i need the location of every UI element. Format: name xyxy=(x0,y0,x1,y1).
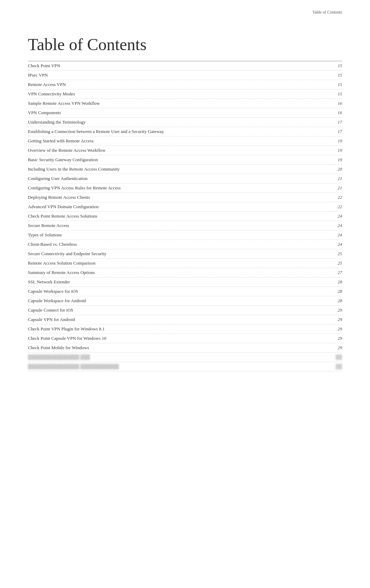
toc-entry-page: 29 xyxy=(328,306,342,315)
toc-entry-page: 28 xyxy=(328,287,342,296)
toc-entry-page: 24 xyxy=(328,212,342,221)
toc-entry-label: Basic Security Gateway Configuration xyxy=(28,155,328,165)
toc-row: Check Point Capsule VPN for Windows 1029 xyxy=(28,334,342,343)
toc-row: Remote Access Solution Comparison25 xyxy=(28,259,342,268)
page: Table of Contents Table of Contents Chec… xyxy=(0,0,370,588)
toc-entry-page: 22 xyxy=(328,202,342,212)
toc-entry-label: Deploying Remote Access Clients xyxy=(28,193,328,202)
toc-entry-label: IPsec VPN xyxy=(28,71,328,80)
toc-entry-page: 28 xyxy=(328,296,342,306)
toc-row: Understanding the Terminology17 xyxy=(28,118,342,127)
toc-entry-page: 28 xyxy=(328,277,342,287)
toc-entry-page: 22 xyxy=(328,193,342,202)
toc-entry-label: VPN Components xyxy=(28,108,328,118)
toc-row: Client-Based vs. Clientless24 xyxy=(28,240,342,249)
toc-row: Secure Remote Access24 xyxy=(28,221,342,230)
toc-row: Capsule Workspace for iOS28 xyxy=(28,287,342,296)
page-title: Table of Contents xyxy=(28,35,342,54)
toc-entry-label: Secure Connectivity and Endpoint Securit… xyxy=(28,249,328,259)
toc-entry-label: VPN Connectivity Modes xyxy=(28,89,328,99)
toc-row: Including Users in the Remote Access Com… xyxy=(28,165,342,174)
toc-entry-page: 21 xyxy=(328,174,342,183)
toc-entry-label: Check Point VPN xyxy=(28,61,328,71)
toc-entry-page: 24 xyxy=(328,230,342,240)
toc-entry-page: 20 xyxy=(328,165,342,174)
toc-entry-page: 19 xyxy=(328,146,342,155)
toc-row: Secure Connectivity and Endpoint Securit… xyxy=(28,249,342,259)
toc-entry-label: Types of Solutions xyxy=(28,230,328,240)
toc-row: Capsule Connect for iOS29 xyxy=(28,306,342,315)
toc-entry-page: 24 xyxy=(328,221,342,230)
toc-entry-label: Check Point Remote Access Solutions xyxy=(28,212,328,221)
toc-row: Capsule Workspace for Android28 xyxy=(28,296,342,306)
toc-row: Configuring VPN Access Rules for Remote … xyxy=(28,183,342,193)
toc-entry-label: Overview of the Remote Access Workflow xyxy=(28,146,328,155)
toc-row: ████████████████ █████ xyxy=(28,353,342,362)
toc-entry-label: Remote Access Solution Comparison xyxy=(28,259,328,268)
header-label: Table of Contents xyxy=(313,10,342,15)
toc-entry-page: 17 xyxy=(328,127,342,136)
toc-entry-label: Advanced VPN Domain Configuration xyxy=(28,202,328,212)
toc-row: Check Point VPN Plugin for Windows 8.129 xyxy=(28,324,342,334)
toc-entry-label: ████████████████ ████████████ xyxy=(28,362,328,371)
toc-row: Remote Access VPN15 xyxy=(28,80,342,89)
toc-entry-page: ██ xyxy=(328,362,342,371)
toc-entry-label: Getting Started with Remote Access xyxy=(28,136,328,146)
toc-entry-page: 29 xyxy=(328,334,342,343)
toc-row: Check Point Remote Access Solutions24 xyxy=(28,212,342,221)
toc-entry-label: Sample Remote Access VPN Workflow xyxy=(28,99,328,108)
toc-row: Establishing a Connection between a Remo… xyxy=(28,127,342,136)
toc-entry-page: 21 xyxy=(328,183,342,193)
toc-entry-page: 27 xyxy=(328,268,342,277)
toc-entry-page: 15 xyxy=(328,89,342,99)
toc-entry-page: 16 xyxy=(328,108,342,118)
toc-row: IPsec VPN15 xyxy=(28,71,342,80)
toc-row: VPN Connectivity Modes15 xyxy=(28,89,342,99)
toc-entry-label: Configuring User Authentication xyxy=(28,174,328,183)
toc-entry-label: Capsule VPN for Android xyxy=(28,315,328,324)
toc-entry-label: Establishing a Connection between a Remo… xyxy=(28,127,328,136)
toc-entry-page: 25 xyxy=(328,259,342,268)
toc-entry-label: SSL Network Extender xyxy=(28,277,328,287)
toc-entry-page: 15 xyxy=(328,71,342,80)
toc-entry-page: 17 xyxy=(328,118,342,127)
toc-entry-label: Check Point Capsule VPN for Windows 10 xyxy=(28,334,328,343)
toc-entry-page: ██ xyxy=(328,353,342,362)
toc-row: Configuring User Authentication21 xyxy=(28,174,342,183)
toc-entry-label: Remote Access VPN xyxy=(28,80,328,89)
toc-entry-label: Capsule Connect for iOS xyxy=(28,306,328,315)
toc-row: ████████████████ ██████████████ xyxy=(28,362,342,371)
toc-row: Basic Security Gateway Configuration19 xyxy=(28,155,342,165)
toc-entry-label: Understanding the Terminology xyxy=(28,118,328,127)
toc-row: Sample Remote Access VPN Workflow16 xyxy=(28,99,342,108)
toc-row: Check Point Mobile for Windows29 xyxy=(28,343,342,353)
toc-row: Overview of the Remote Access Workflow19 xyxy=(28,146,342,155)
toc-row: Capsule VPN for Android29 xyxy=(28,315,342,324)
toc-entry-page: 15 xyxy=(328,61,342,71)
toc-entry-label: Client-Based vs. Clientless xyxy=(28,240,328,249)
toc-row: Summary of Remote Access Options27 xyxy=(28,268,342,277)
toc-row: Check Point VPN15 xyxy=(28,61,342,71)
toc-row: Types of Solutions24 xyxy=(28,230,342,240)
toc-entry-label: Configuring VPN Access Rules for Remote … xyxy=(28,183,328,193)
toc-row: Getting Started with Remote Access19 xyxy=(28,136,342,146)
toc-entry-label: Check Point Mobile for Windows xyxy=(28,343,328,353)
toc-entry-page: 19 xyxy=(328,136,342,146)
toc-entry-label: Including Users in the Remote Access Com… xyxy=(28,165,328,174)
toc-row: Advanced VPN Domain Configuration22 xyxy=(28,202,342,212)
toc-entry-label: ████████████████ ███ xyxy=(28,353,328,362)
toc-entry-page: 15 xyxy=(328,80,342,89)
toc-entry-page: 25 xyxy=(328,249,342,259)
toc-table: Check Point VPN15IPsec VPN15Remote Acces… xyxy=(28,61,342,371)
toc-entry-label: Summary of Remote Access Options xyxy=(28,268,328,277)
toc-entry-page: 24 xyxy=(328,240,342,249)
toc-entry-page: 29 xyxy=(328,315,342,324)
toc-row: VPN Components16 xyxy=(28,108,342,118)
toc-entry-page: 19 xyxy=(328,155,342,165)
toc-entry-page: 29 xyxy=(328,343,342,353)
toc-row: SSL Network Extender28 xyxy=(28,277,342,287)
toc-entry-label: Capsule Workspace for iOS xyxy=(28,287,328,296)
toc-entry-label: Secure Remote Access xyxy=(28,221,328,230)
toc-entry-label: Check Point VPN Plugin for Windows 8.1 xyxy=(28,324,328,334)
toc-entry-page: 29 xyxy=(328,324,342,334)
